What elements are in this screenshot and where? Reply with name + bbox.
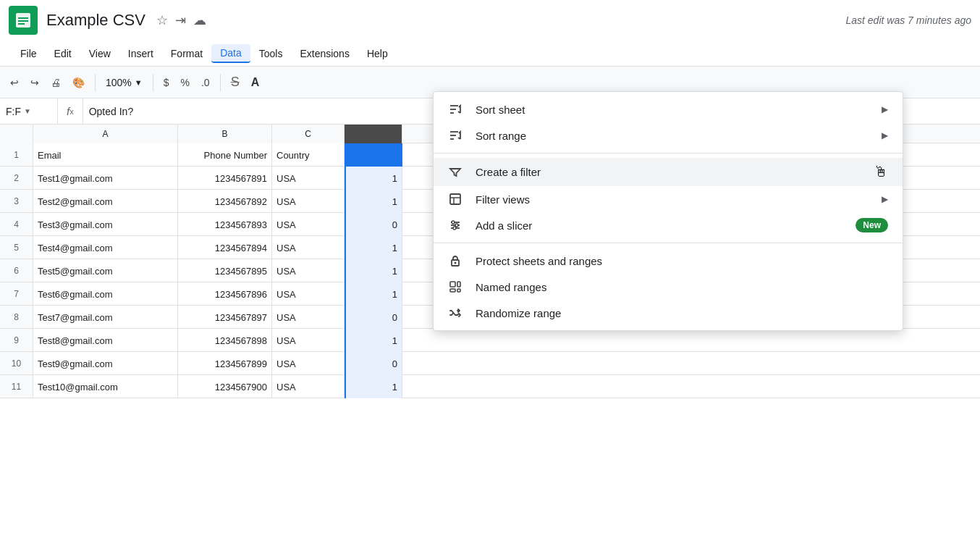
menu-insert[interactable]: Insert	[119, 45, 162, 62]
cell-b[interactable]: 1234567898	[178, 329, 272, 352]
strikethrough-button[interactable]: S	[227, 72, 244, 93]
menu-divider-2	[434, 243, 903, 243]
cell-a[interactable]: Test10@gmail.com	[33, 375, 178, 398]
cell-c[interactable]: USA	[272, 190, 345, 213]
underline-button[interactable]: A	[247, 73, 264, 92]
col-header-b[interactable]: B	[178, 125, 272, 143]
cell-last[interactable]: 1	[345, 282, 402, 306]
cell-reference[interactable]: F:F ▼	[0, 98, 58, 124]
menu-format[interactable]: Format	[162, 45, 211, 62]
cloud-icon[interactable]: ☁	[193, 12, 206, 28]
row-num: 7	[0, 282, 33, 305]
add-slicer-icon	[448, 218, 465, 232]
menu-divider-1	[434, 153, 903, 154]
cell-b[interactable]: 1234567893	[178, 213, 272, 236]
cell-c[interactable]: USA	[272, 375, 345, 398]
menu-item-randomize-range[interactable]: Randomize range	[434, 300, 903, 326]
cell-a[interactable]: Test3@gmail.com	[33, 213, 178, 236]
cell-last[interactable]: 0	[345, 306, 402, 329]
svg-point-23	[455, 262, 457, 264]
cell-c[interactable]: USA	[272, 259, 345, 282]
menu-item-sort-range[interactable]: Sort range ▶	[434, 122, 903, 148]
move-icon[interactable]: ⇥	[175, 12, 186, 28]
cell-b[interactable]: 1234567900	[178, 375, 272, 398]
new-badge: New	[856, 218, 888, 232]
cell-a[interactable]: Test8@gmail.com	[33, 329, 178, 352]
create-filter-label: Create a filter	[476, 166, 868, 178]
cell-last[interactable]: 1	[345, 236, 402, 259]
redo-button[interactable]: ↪	[26, 74, 43, 91]
cell-b[interactable]: 1234567896	[178, 282, 272, 306]
cell-a[interactable]: Test5@gmail.com	[33, 259, 178, 282]
menu-item-create-filter[interactable]: Create a filter 🖱	[434, 158, 903, 186]
menu-item-sort-sheet[interactable]: Sort sheet ▶	[434, 96, 903, 122]
cell-b[interactable]: 1234567897	[178, 306, 272, 329]
randomize-range-icon	[448, 306, 465, 320]
filter-views-icon	[448, 192, 465, 206]
row-num-1: 1	[0, 143, 33, 166]
svg-rect-2	[18, 17, 28, 19]
cell-a[interactable]: Test9@gmail.com	[33, 352, 178, 375]
menu-item-add-slicer[interactable]: Add a slicer New	[434, 212, 903, 238]
menu-data[interactable]: Data	[211, 44, 250, 63]
cell-c[interactable]: USA	[272, 167, 345, 190]
cell-last[interactable]: 0	[345, 213, 402, 236]
cell-b[interactable]: 1234567892	[178, 190, 272, 213]
svg-point-19	[452, 221, 455, 224]
zoom-arrow: ▼	[135, 78, 143, 87]
cell-a[interactable]: Test1@gmail.com	[33, 167, 178, 190]
zoom-control[interactable]: 100% ▼	[101, 75, 147, 90]
menu-view[interactable]: View	[80, 45, 119, 62]
cell-b[interactable]: 1234567895	[178, 259, 272, 282]
menu-file[interactable]: File	[12, 45, 46, 62]
cell-b[interactable]: 1234567899	[178, 352, 272, 375]
cell-c[interactable]: USA	[272, 236, 345, 259]
decimal-button[interactable]: .0	[197, 74, 214, 91]
cell-1a[interactable]: Email	[33, 143, 178, 167]
cell-a[interactable]: Test7@gmail.com	[33, 306, 178, 329]
paint-format-button[interactable]: 🎨	[68, 74, 89, 91]
menu-tools[interactable]: Tools	[250, 45, 292, 62]
menu-item-protect-sheets[interactable]: Protect sheets and ranges	[434, 248, 903, 274]
row-num: 6	[0, 259, 33, 282]
cell-1b[interactable]: Phone Number	[178, 143, 272, 167]
col-header-selected[interactable]	[345, 125, 402, 143]
star-icon[interactable]: ☆	[156, 12, 168, 28]
cell-ref-dropdown-arrow[interactable]: ▼	[24, 107, 31, 115]
cell-c[interactable]: USA	[272, 213, 345, 236]
cell-a[interactable]: Test4@gmail.com	[33, 236, 178, 259]
col-header-a[interactable]: A	[33, 125, 178, 143]
cell-last[interactable]: 1	[345, 329, 402, 352]
cell-last[interactable]: 1	[345, 259, 402, 282]
row-num: 11	[0, 375, 33, 398]
menu-help[interactable]: Help	[358, 45, 397, 62]
cell-b[interactable]: 1234567894	[178, 236, 272, 259]
cell-last[interactable]: 0	[345, 352, 402, 375]
cell-1c[interactable]: Country	[272, 143, 345, 167]
percent-button[interactable]: %	[177, 74, 194, 91]
cell-a[interactable]: Test6@gmail.com	[33, 282, 178, 306]
undo-button[interactable]: ↩	[6, 74, 23, 91]
cell-c[interactable]: USA	[272, 282, 345, 306]
cell-a[interactable]: Test2@gmail.com	[33, 190, 178, 213]
cell-last[interactable]: 1	[345, 167, 402, 190]
cell-b[interactable]: 1234567891	[178, 167, 272, 190]
menu-item-filter-views[interactable]: Filter views ▶	[434, 186, 903, 212]
menu-extensions[interactable]: Extensions	[291, 45, 358, 62]
menu-item-named-ranges[interactable]: Named ranges	[434, 274, 903, 300]
cell-1-last[interactable]	[345, 143, 402, 167]
col-header-c[interactable]: C	[272, 125, 345, 143]
print-button[interactable]: 🖨	[46, 74, 65, 91]
cell-c[interactable]: USA	[272, 329, 345, 352]
cell-ref-value: F:F	[6, 106, 21, 117]
menu-edit[interactable]: Edit	[46, 45, 80, 62]
add-slicer-label: Add a slicer	[476, 219, 856, 232]
dollar-button[interactable]: $	[159, 74, 174, 91]
cell-last[interactable]: 1	[345, 375, 402, 398]
filter-views-arrow: ▶	[882, 194, 888, 204]
row-num: 3	[0, 190, 33, 212]
data-dropdown-menu: Sort sheet ▶ Sort range ▶ Create a filte…	[433, 91, 903, 331]
cell-last[interactable]: 1	[345, 190, 402, 213]
cell-c[interactable]: USA	[272, 352, 345, 375]
cell-c[interactable]: USA	[272, 306, 345, 329]
